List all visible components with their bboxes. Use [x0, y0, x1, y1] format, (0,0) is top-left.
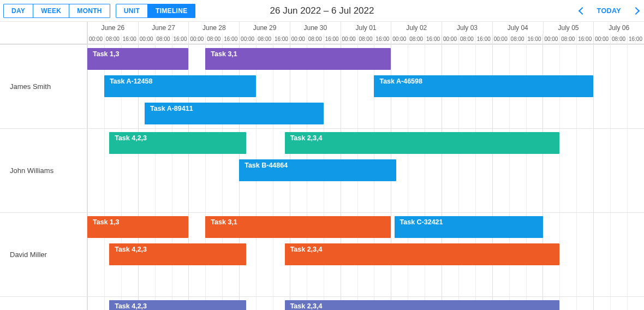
day-header-cell: July 06	[593, 22, 644, 34]
resource-label: David Miller	[0, 212, 87, 296]
hour-header-cell: 16:00	[425, 34, 442, 44]
hour-header-cell: 00:00	[138, 34, 155, 44]
hour-header-cell: 00:00	[391, 34, 408, 44]
next-range-icon[interactable]	[632, 7, 640, 14]
view-mode-tabs: UNIT TIMELINE	[116, 4, 196, 18]
date-range-title: 26 Jun 2022 – 6 Jul 2022	[270, 5, 374, 16]
nav-controls: TODAY	[580, 7, 639, 15]
tab-unit[interactable]: UNIT	[116, 4, 148, 18]
day-header-cell: June 28	[188, 22, 239, 34]
hour-header-cell: 16:00	[121, 34, 138, 44]
task-bar[interactable]: Task A-89411	[145, 103, 324, 124]
day-header-cell: July 01	[341, 22, 391, 34]
resource-track[interactable]: Task 1,3Task 3,1Task C-32421Task 4,2,3Ta…	[87, 212, 644, 296]
hour-header-cell: 08:00	[408, 34, 425, 44]
resource-label: James Smith	[0, 44, 87, 128]
resource-track[interactable]: Task 1,3Task 3,1Task A-12458Task A-46598…	[87, 44, 644, 128]
day-header-cell: June 26	[87, 22, 138, 34]
hour-header-cell: 16:00	[222, 34, 239, 44]
hour-header-cell: 16:00	[627, 34, 644, 44]
timeline-body: James SmithTask 1,3Task 3,1Task A-12458T…	[0, 44, 644, 310]
task-bar[interactable]: Task 3,1	[205, 48, 391, 70]
hour-header-cell: 16:00	[475, 34, 492, 44]
hour-header-cell: 08:00	[357, 34, 374, 44]
hour-header-cell: 00:00	[290, 34, 307, 44]
task-bar[interactable]: Task 2,3,4	[285, 132, 560, 154]
day-header-row: June 26June 27June 28June 29June 30July …	[87, 22, 644, 34]
resource-label	[0, 296, 87, 310]
task-bar[interactable]: Task 2,3,4	[285, 243, 560, 265]
hour-header-cell: 08:00	[205, 34, 222, 44]
task-bar[interactable]: Task 4,2,3	[109, 243, 246, 265]
day-header-cell: July 02	[391, 22, 442, 34]
day-header-cell: July 05	[543, 22, 594, 34]
resource-track[interactable]: Task 4,2,3Task 2,3,4Task B-44864	[87, 128, 644, 212]
hour-header-row: 00:0008:0016:0000:0008:0016:0000:0008:00…	[87, 34, 644, 44]
hour-header-cell: 16:00	[324, 34, 341, 44]
task-bar[interactable]: Task 3,1	[205, 216, 391, 238]
task-bar[interactable]: Task 4,2,3	[109, 300, 246, 310]
task-bar[interactable]: Task 1,3	[87, 216, 188, 238]
hour-header-cell: 00:00	[341, 34, 357, 44]
tab-day[interactable]: DAY	[3, 4, 33, 18]
resource-label: John Williams	[0, 128, 87, 212]
day-header-cell: June 27	[138, 22, 189, 34]
hour-header-cell: 16:00	[526, 34, 543, 44]
timeline-header: June 26June 27June 28June 29June 30July …	[0, 22, 644, 44]
task-bar[interactable]: Task C-32421	[395, 216, 543, 238]
hour-header-cell: 08:00	[256, 34, 273, 44]
task-bar[interactable]: Task B-44864	[239, 159, 396, 181]
task-bar[interactable]: Task 2,3,4	[285, 300, 560, 310]
hour-header-cell: 08:00	[509, 34, 526, 44]
hour-header-cell: 00:00	[239, 34, 256, 44]
resource-track[interactable]: Task 4,2,3Task 2,3,4	[87, 296, 644, 310]
day-header-cell: June 30	[290, 22, 341, 34]
task-bar[interactable]: Task A-12458	[104, 75, 256, 97]
tab-week[interactable]: WEEK	[33, 4, 69, 18]
tab-month[interactable]: MONTH	[69, 4, 110, 18]
tab-timeline[interactable]: TIMELINE	[148, 4, 195, 18]
hour-header-cell: 00:00	[87, 34, 104, 44]
hour-header-cell: 08:00	[307, 34, 324, 44]
hour-header-cell: 16:00	[374, 34, 391, 44]
day-header-cell: July 03	[442, 22, 492, 34]
today-button[interactable]: TODAY	[597, 7, 621, 15]
hour-header-cell: 00:00	[442, 34, 458, 44]
hour-header-cell: 00:00	[492, 34, 509, 44]
task-bar[interactable]: Task 1,3	[87, 48, 188, 70]
hour-header-cell: 16:00	[576, 34, 593, 44]
day-header-cell: June 29	[239, 22, 290, 34]
task-bar[interactable]: Task A-46598	[374, 75, 593, 97]
view-range-tabs: DAY WEEK MONTH	[3, 4, 110, 18]
hour-header-cell: 08:00	[458, 34, 475, 44]
prev-range-icon[interactable]	[579, 7, 586, 14]
hour-header-cell: 00:00	[593, 34, 610, 44]
toolbar: DAY WEEK MONTH UNIT TIMELINE 26 Jun 2022…	[0, 0, 644, 22]
hour-header-cell: 08:00	[559, 34, 576, 44]
task-bar[interactable]: Task 4,2,3	[109, 132, 246, 154]
hour-header-cell: 08:00	[104, 34, 121, 44]
hour-header-cell: 08:00	[155, 34, 172, 44]
hour-header-cell: 16:00	[172, 34, 189, 44]
hour-header-cell: 16:00	[273, 34, 290, 44]
hour-header-cell: 08:00	[610, 34, 627, 44]
day-header-cell: July 04	[492, 22, 543, 34]
hour-header-cell: 00:00	[188, 34, 205, 44]
hour-header-cell: 00:00	[542, 34, 559, 44]
